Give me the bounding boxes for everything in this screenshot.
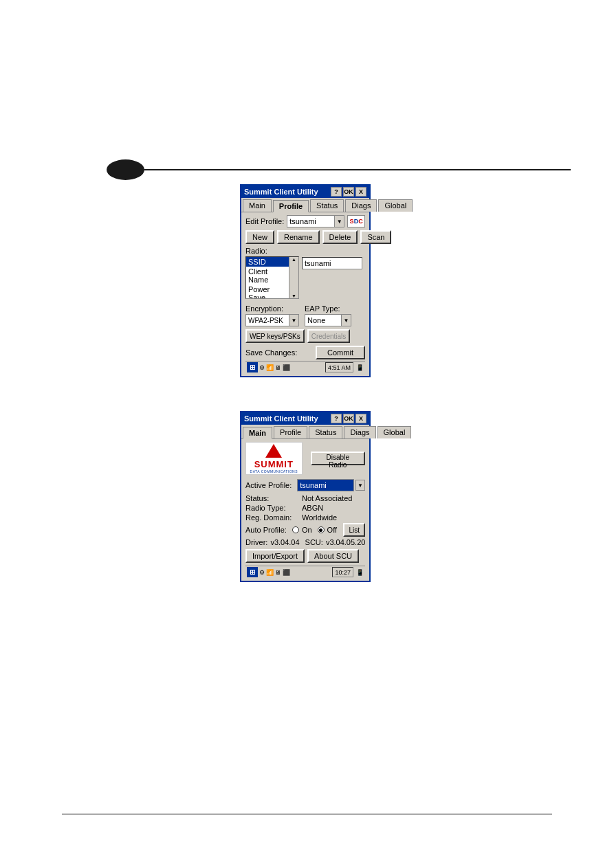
ok-button[interactable]: OK (343, 187, 354, 197)
list-item-ssid[interactable]: SSID (246, 257, 289, 267)
window1-titlebar: Summit Client Utility ? OK X (241, 186, 369, 198)
close-button[interactable]: X (355, 187, 366, 197)
window2-body: SUMMIT DATA COMMUNICATIONS Disable Radio… (241, 439, 369, 581)
encryption-input[interactable] (246, 316, 289, 325)
scroll-up[interactable]: ▲ (292, 257, 296, 262)
scan-button[interactable]: Scan (360, 230, 391, 244)
tab-status-2[interactable]: Status (309, 426, 342, 438)
window2-tabs: Main Profile Status Diags Global (241, 425, 369, 439)
window1-tabs: Main Profile Status Diags Global (241, 198, 369, 212)
radio-list-items: SSID Client Name Power Save Tx Power (246, 257, 289, 298)
edit-profile-input[interactable] (287, 216, 334, 226)
auto-profile-on-group: On (292, 526, 312, 534)
tray-icon-1: ⚙ (259, 364, 265, 371)
edit-profile-dropdown-arrow[interactable]: ▼ (334, 216, 344, 227)
active-profile-value[interactable]: tsunami (297, 479, 354, 491)
ssid-value: tsunami (302, 257, 362, 269)
encryption-dropdown-arrow[interactable]: ▼ (289, 315, 298, 326)
radio-list-scrollbar[interactable]: ▲ ▼ (289, 257, 298, 298)
tray-icon-2c: 🖥 (275, 569, 281, 576)
delete-button[interactable]: Delete (322, 230, 358, 244)
list-item-client-name[interactable]: Client Name (246, 267, 289, 285)
tab-status[interactable]: Status (310, 199, 344, 212)
taskbar-time-1: 4:51 AM (325, 362, 353, 372)
auto-profile-off-label: Off (327, 526, 337, 534)
list-button[interactable]: List (343, 523, 365, 537)
eap-group: EAP Type: ▼ (305, 304, 351, 326)
close-button-2[interactable]: X (355, 414, 366, 423)
tab-main-2[interactable]: Main (243, 427, 272, 439)
tab-profile[interactable]: Profile (273, 200, 309, 212)
encryption-row: Encryption: ▼ EAP Type: ▼ (245, 304, 365, 326)
taskbar-time-2: 10:27 (332, 567, 353, 577)
auto-profile-off-group: Off (318, 526, 337, 534)
help-button[interactable]: ? (331, 187, 342, 197)
eap-label: EAP Type: (305, 304, 351, 313)
start-button-2[interactable]: ⊞ (247, 567, 258, 577)
wep-keys-button[interactable]: WEP keys/PSKs (245, 329, 305, 343)
credentials-button[interactable]: Credentials (307, 329, 351, 343)
tab-profile-2[interactable]: Profile (274, 426, 307, 438)
encryption-combo[interactable]: ▼ (245, 314, 299, 326)
status-label: Status: (245, 494, 300, 502)
section-line (144, 169, 571, 170)
tray-icons-2: ⚙ 📶 🖥 ⬛ (259, 569, 290, 576)
rename-button[interactable]: Rename (277, 230, 320, 244)
about-scu-button[interactable]: About SCU (307, 549, 359, 563)
profile-buttons-row: New Rename Delete Scan (245, 230, 365, 244)
encryption-group: Encryption: ▼ (245, 304, 299, 326)
radio-type-label: Radio Type: (245, 504, 300, 512)
summit-triangle (265, 444, 282, 458)
eap-dropdown-arrow[interactable]: ▼ (341, 315, 351, 326)
bottom-buttons-row: Import/Export About SCU (245, 549, 365, 563)
radio-label: Radio: (245, 247, 365, 255)
summit-logo-row: SUMMIT DATA COMMUNICATIONS Disable Radio (245, 442, 365, 475)
eap-input[interactable] (305, 315, 341, 325)
import-export-button[interactable]: Import/Export (245, 549, 305, 563)
summit-subtitle: DATA COMMUNICATIONS (250, 469, 298, 474)
ok-button-2[interactable]: OK (343, 414, 354, 423)
radio-list[interactable]: SSID Client Name Power Save Tx Power ▲ ▼ (245, 256, 299, 299)
tab-main[interactable]: Main (243, 199, 272, 212)
tray-icon-2: 📶 (266, 364, 274, 371)
auto-profile-off-radio[interactable] (318, 526, 325, 533)
window2-title: Summit Client Utility (244, 414, 318, 423)
edit-profile-combo[interactable]: ▼ (287, 215, 344, 227)
disable-radio-button[interactable]: Disable Radio (311, 452, 365, 465)
sdc-c: C (358, 218, 363, 225)
auto-profile-on-label: On (302, 526, 312, 534)
new-button[interactable]: New (245, 230, 274, 244)
tab-diags[interactable]: Diags (345, 199, 377, 212)
auto-profile-on-radio[interactable] (292, 526, 299, 533)
tab-diags-2[interactable]: Diags (344, 426, 375, 438)
eap-combo[interactable]: ▼ (305, 314, 351, 326)
tray-icon-2a: ⚙ (259, 569, 265, 576)
window1-title-buttons: ? OK X (331, 187, 366, 197)
window1-body: Edit Profile: ▼ SDC New Rename Delete Sc… (241, 212, 369, 376)
edit-profile-row: Edit Profile: ▼ SDC (245, 215, 365, 227)
driver-label: Driver: (245, 538, 267, 546)
tab-global[interactable]: Global (378, 199, 413, 212)
window2-titlebar: Summit Client Utility ? OK X (241, 412, 369, 425)
bullet-oval (107, 159, 144, 180)
auto-profile-row: Auto Profile: On Off List (245, 523, 365, 537)
driver-row: Driver: v3.04.04 SCU: v3.04.05.20 (245, 538, 365, 546)
reg-domain-label: Reg. Domain: (245, 513, 300, 522)
start-button-1[interactable]: ⊞ (247, 362, 258, 372)
info-grid: Status: Not Associated Radio Type: ABGN … (245, 494, 365, 522)
tab-global-2[interactable]: Global (377, 426, 412, 438)
bottom-divider-line (62, 814, 552, 814)
window2-title-buttons: ? OK X (331, 414, 366, 423)
tray-icon-right-2: 📱 (356, 569, 364, 576)
save-changes-label: Save Changes: (245, 348, 297, 357)
wep-credentials-row: WEP keys/PSKs Credentials (245, 329, 365, 343)
save-changes-row: Save Changes: Commit (245, 346, 365, 359)
scroll-down[interactable]: ▼ (292, 293, 296, 298)
active-profile-dropdown[interactable]: ▼ (355, 480, 365, 491)
list-item-power-save[interactable]: Power Save (246, 285, 289, 298)
profile-window: Summit Client Utility ? OK X Main Profil… (240, 184, 371, 377)
commit-button[interactable]: Commit (316, 346, 365, 359)
tray-icon-right: 📱 (356, 364, 364, 371)
help-button-2[interactable]: ? (331, 414, 342, 423)
main-window: Summit Client Utility ? OK X Main Profil… (240, 411, 371, 582)
